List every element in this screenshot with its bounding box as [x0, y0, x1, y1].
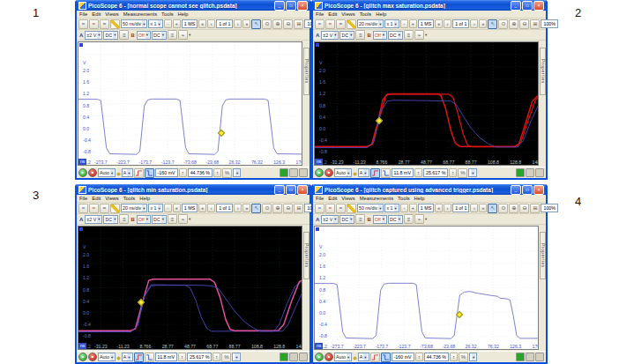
- pretrigger-spinner[interactable]: ↕: [213, 168, 221, 177]
- pretrigger-spinner[interactable]: ↕: [450, 353, 458, 361]
- last-buffer-button[interactable]: »: [479, 19, 487, 28]
- title-bar[interactable]: PicoScope 6 - [glitch min saturation.psd…: [77, 184, 310, 195]
- zoom-in-step-button[interactable]: +: [173, 204, 181, 212]
- signal-generator-button[interactable]: [516, 168, 525, 177]
- zoom-in-step-button[interactable]: +: [409, 19, 417, 28]
- channel-a-axis-indicator[interactable]: [79, 43, 83, 47]
- menu-item-tools[interactable]: Tools: [123, 196, 136, 201]
- channel-a-options-icon[interactable]: ≡: [355, 214, 365, 224]
- signal-generator-button[interactable]: [280, 168, 288, 177]
- rising-edge-button[interactable]: [370, 168, 380, 178]
- zoom-in-tool-button[interactable]: ⊕: [509, 204, 518, 213]
- last-buffer-button[interactable]: »: [479, 204, 487, 212]
- maximize-button[interactable]: □: [286, 185, 296, 195]
- menu-item-edit[interactable]: Edit: [328, 196, 337, 201]
- trigger-source-select[interactable]: A▾: [358, 353, 369, 361]
- channel-a-options-icon[interactable]: ≡: [355, 30, 365, 40]
- minimize-button[interactable]: _: [274, 185, 285, 195]
- measurement-select[interactable]: ▾: [468, 168, 476, 177]
- persistence-view-icon[interactable]: ≈: [100, 204, 109, 213]
- trigger-threshold-field[interactable]: 11.8 mV: [392, 168, 414, 177]
- zoom-in-tool-button[interactable]: ⊕: [272, 19, 282, 29]
- pretrigger-spinner[interactable]: ↕: [449, 168, 457, 177]
- alarms-button[interactable]: [299, 353, 308, 361]
- measurements-button[interactable]: %: [459, 353, 468, 362]
- next-buffer-button[interactable]: ›: [234, 19, 242, 28]
- start-capture-button[interactable]: ▶: [78, 353, 87, 361]
- zoom-in-tool-button[interactable]: ⊕: [509, 19, 518, 29]
- prev-buffer-button[interactable]: ‹: [444, 204, 451, 212]
- title-bar[interactable]: PicoScope 6 - [glitch max saturation.psd…: [313, 0, 546, 11]
- menu-item-file[interactable]: File: [79, 11, 87, 17]
- hand-tool-button[interactable]: ⊙: [498, 204, 508, 213]
- hand-tool-button[interactable]: ⊙: [498, 19, 508, 29]
- timebase-select[interactable]: 50 ns/div▾: [357, 204, 384, 212]
- trigger-source-select[interactable]: A▾: [122, 168, 133, 177]
- plot-area[interactable]: ns V2.01.61.20.80.40.0-0.4-0.8-1.2-323.7…: [314, 226, 539, 350]
- menu-item-file[interactable]: File: [79, 196, 87, 201]
- channel-a-range-select[interactable]: ±2 V▾: [85, 31, 102, 40]
- notes-button[interactable]: [526, 353, 534, 361]
- marquee-zoom-tool-button[interactable]: ⊞: [294, 204, 303, 213]
- properties-tab[interactable]: Properties: [540, 232, 546, 279]
- first-buffer-button[interactable]: «: [198, 204, 206, 212]
- zoom-out-step-button[interactable]: -: [400, 19, 408, 28]
- setup-wrench-icon[interactable]: [110, 19, 120, 29]
- pretrigger-spinner[interactable]: ↕: [213, 353, 220, 361]
- normal-cursor-tool-button[interactable]: ↖: [251, 204, 261, 213]
- maximize-button[interactable]: □: [522, 1, 533, 11]
- spectrum-view-icon[interactable]: ≈: [325, 204, 335, 213]
- signal-generator-button[interactable]: [516, 353, 525, 361]
- zoom-multiplier-select[interactable]: x 1▾: [384, 19, 399, 28]
- zoom-out-step-button[interactable]: -: [400, 204, 408, 212]
- measurements-button[interactable]: %: [222, 168, 232, 178]
- trigger-mode-select[interactable]: Auto▾: [334, 168, 352, 177]
- channel-a-coupling-select[interactable]: DC▾: [103, 215, 118, 224]
- samples-field[interactable]: 1 MS: [182, 19, 198, 28]
- channel-b-range-select[interactable]: Off▾: [137, 31, 151, 40]
- measurement-select[interactable]: ▾: [232, 353, 240, 361]
- plot-area[interactable]: ns V2.01.61.20.80.40.0-0.4-0.8-1.2-323.7…: [78, 41, 302, 166]
- setup-wrench-icon[interactable]: [110, 204, 120, 213]
- rising-edge-button[interactable]: [134, 168, 144, 178]
- zoom-out-tool-button[interactable]: ⊖: [519, 204, 529, 213]
- timebase-select[interactable]: 20 ns/div▾: [121, 204, 147, 212]
- threshold-spinner[interactable]: ↕: [179, 168, 187, 177]
- channel-b-options-icon[interactable]: ≡: [404, 214, 414, 224]
- maximize-button[interactable]: □: [286, 1, 296, 11]
- minimize-button[interactable]: _: [511, 1, 521, 11]
- menu-item-tools[interactable]: Tools: [360, 11, 372, 17]
- measurement-select[interactable]: ▾: [469, 353, 477, 361]
- menu-item-help[interactable]: Help: [414, 196, 425, 201]
- minimize-button[interactable]: _: [511, 185, 521, 195]
- trigger-mode-select[interactable]: Auto▾: [98, 353, 116, 361]
- channel-a-range-select[interactable]: ±2 V▾: [321, 215, 339, 224]
- trigger-source-select[interactable]: A▾: [358, 168, 369, 177]
- marquee-zoom-tool-button[interactable]: ⊞: [530, 204, 540, 213]
- channel-a-axis-indicator[interactable]: [316, 227, 319, 231]
- plot-area[interactable]: ns V2.01.61.20.80.40.0-0.4-0.8-1.2-51.23…: [78, 226, 302, 350]
- menu-item-measurements[interactable]: Measurements: [360, 196, 393, 201]
- first-buffer-button[interactable]: «: [198, 19, 206, 28]
- stop-capture-button[interactable]: ■: [324, 353, 333, 361]
- marquee-zoom-tool-button[interactable]: ⊞: [294, 19, 303, 29]
- zoom-out-step-button[interactable]: -: [164, 19, 172, 28]
- plot-area[interactable]: ns V2.01.61.20.80.40.0-0.4-0.8-1.2-51.23…: [314, 41, 539, 166]
- last-buffer-button[interactable]: »: [242, 204, 250, 212]
- channel-b-coupling-select[interactable]: DC▾: [388, 31, 403, 40]
- pretrigger-field[interactable]: 25.617 %: [423, 168, 448, 177]
- scope-view-icon[interactable]: ≈: [78, 19, 88, 29]
- channel-a-range-select[interactable]: ±2 V▾: [321, 31, 339, 40]
- falling-edge-button[interactable]: [381, 353, 391, 362]
- channel-b-options-icon[interactable]: ≡: [168, 30, 177, 40]
- menu-item-measurements[interactable]: Measurements: [123, 11, 157, 17]
- channel-b-range-select[interactable]: Off▾: [373, 215, 387, 224]
- samples-field[interactable]: 1 MS: [418, 204, 434, 212]
- notes-button[interactable]: [289, 353, 298, 361]
- falling-edge-button[interactable]: [145, 168, 154, 178]
- menu-item-edit[interactable]: Edit: [92, 196, 101, 201]
- rising-edge-button[interactable]: [134, 353, 144, 362]
- trigger-mode-select[interactable]: Auto▾: [98, 168, 116, 177]
- pretrigger-field[interactable]: 25.617 %: [187, 353, 212, 361]
- zoom-out-tool-button[interactable]: ⊖: [283, 204, 293, 213]
